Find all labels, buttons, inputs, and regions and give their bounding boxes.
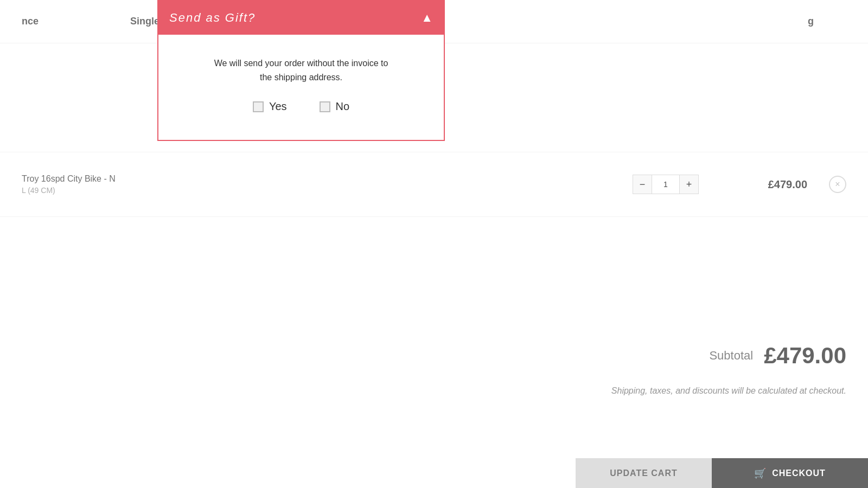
gift-popup-description: We will send your order without the invo… [175,56,427,84]
gift-yes-checkbox[interactable] [253,101,264,112]
gift-no-label: No [336,100,350,113]
gift-popup-body: We will send your order without the invo… [158,35,444,140]
gift-popup: Send as Gift? ▲ We will send your order … [157,0,445,141]
gift-no-option[interactable]: No [320,100,350,113]
gift-popup-header: Send as Gift? ▲ [158,1,444,35]
gift-yes-option[interactable]: Yes [253,100,287,113]
gift-no-checkbox[interactable] [320,101,330,112]
gift-yes-label: Yes [269,100,287,113]
gift-popup-collapse-icon[interactable]: ▲ [421,11,433,25]
gift-popup-title: Send as Gift? [169,11,256,25]
gift-options: Yes No [175,100,427,113]
